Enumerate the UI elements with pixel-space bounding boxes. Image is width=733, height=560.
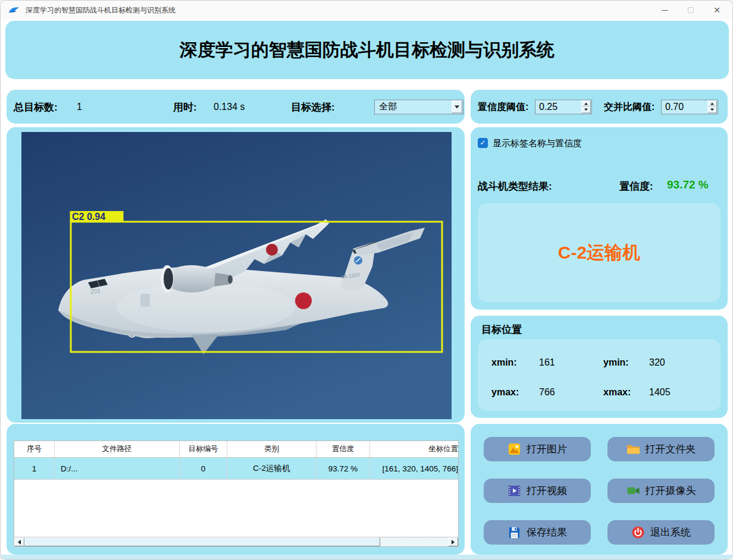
- fuselage-roundel: [295, 292, 312, 309]
- exit-system-button[interactable]: 退出系统: [607, 520, 715, 545]
- stats-panel: 总目标数: 1 用时: 0.134 s 目标选择: 全部: [7, 90, 465, 124]
- aircraft-photo: 203 68-1203: [21, 132, 452, 419]
- chevron-down-icon: [584, 109, 588, 111]
- confidence-threshold-label: 置信度阈值:: [478, 100, 528, 113]
- open-folder-button[interactable]: 打开文件夹: [607, 437, 715, 461]
- show-labels-label: 显示标签名称与置信度: [493, 138, 582, 149]
- target-select-combobox[interactable]: 全部: [374, 99, 463, 114]
- confidence-threshold-spinbox[interactable]: [535, 99, 592, 114]
- target-position-panel: 目标位置 xmin: 161 ymin: 320 ymax: 766 xmax:…: [471, 316, 728, 418]
- minimize-button[interactable]: [651, 1, 678, 20]
- actions-panel: 打开图片 打开文件夹 打开视频 打开摄像: [471, 424, 728, 555]
- nose-number: 203: [90, 288, 101, 295]
- ymax-label: ymax:: [491, 387, 519, 398]
- target-position-box: xmin: 161 ymin: 320 ymax: 766 xmax: 1405: [478, 339, 721, 411]
- thresholds-panel: 置信度阈值: 交并比阈值:: [471, 90, 728, 124]
- exit-system-label: 退出系统: [650, 526, 691, 539]
- page-title: 深度学习的智慧国防战斗机目标检测与识别系统: [5, 21, 729, 79]
- class-result-box: C-2运输机: [478, 203, 721, 302]
- total-targets-value: 1: [77, 102, 82, 112]
- target-position-title: 目标位置: [481, 323, 522, 336]
- save-icon: [508, 526, 521, 539]
- spin-up-button[interactable]: [707, 100, 717, 107]
- confidence-value: 93.72 %: [667, 178, 709, 191]
- close-button[interactable]: ✕: [704, 1, 730, 20]
- wing-roundel: [266, 244, 278, 256]
- window-title: 深度学习的智慧国防战斗机目标检测与识别系统: [26, 5, 176, 15]
- elapsed-time-value: 0.134 s: [214, 102, 245, 112]
- header-index: 序号: [14, 441, 55, 457]
- elapsed-time-label: 用时:: [173, 100, 197, 114]
- header-target-id: 目标编号: [180, 441, 227, 457]
- result-panel: ✓ 显示标签名称与置信度 战斗机类型结果: 置信度: 93.72 % C-2运输…: [471, 127, 728, 310]
- arrow-right-icon: [452, 540, 455, 545]
- ymax-value: 766: [539, 387, 555, 398]
- target-select-value: 全部: [379, 101, 397, 112]
- iou-threshold-spinbox[interactable]: [661, 99, 718, 114]
- header-class: 类别: [227, 441, 317, 457]
- app-icon: [8, 6, 20, 14]
- spin-down-button[interactable]: [581, 107, 591, 114]
- table-header-row: 序号 文件路径 目标编号 类别 置信度 坐标位置: [14, 441, 459, 458]
- horizontal-scrollbar[interactable]: [14, 537, 459, 547]
- spinbox-buttons: [707, 100, 717, 113]
- confidence-label: 置信度:: [619, 180, 653, 193]
- iou-threshold-input[interactable]: [665, 100, 702, 114]
- arrow-left-icon: [18, 540, 21, 545]
- iou-threshold-label: 交并比阈值:: [604, 100, 654, 113]
- results-table-panel: 序号 文件路径 目标编号 类别 置信度 坐标位置 1 D:/... 0 C-2运…: [7, 424, 465, 555]
- maximize-icon: [688, 7, 694, 13]
- show-labels-checkbox[interactable]: ✓: [478, 138, 488, 148]
- combobox-dropdown-button[interactable]: [452, 100, 462, 113]
- cell-file-path: D:/...: [55, 458, 180, 479]
- open-camera-label: 打开摄像头: [646, 484, 696, 498]
- maximize-button[interactable]: [678, 1, 704, 20]
- xmax-label: xmax:: [603, 387, 631, 398]
- open-video-button[interactable]: 打开视频: [484, 479, 591, 503]
- window-controls: ✕: [651, 1, 730, 20]
- open-image-label: 打开图片: [527, 442, 567, 456]
- open-camera-button[interactable]: 打开摄像头: [607, 479, 715, 503]
- spin-up-button[interactable]: [581, 100, 591, 107]
- scroll-right-button[interactable]: [448, 537, 458, 546]
- table-row[interactable]: 1 D:/... 0 C-2运输机 93.72 % [161, 320, 140…: [14, 458, 459, 480]
- ymin-value: 320: [649, 357, 665, 368]
- header-confidence: 置信度: [317, 441, 370, 457]
- cell-class: C-2运输机: [227, 458, 317, 479]
- ymin-label: ymin:: [603, 357, 629, 368]
- fighter-type-label: 战斗机类型结果:: [478, 180, 552, 193]
- window-bottom-edge: [1, 555, 732, 559]
- video-icon: [508, 484, 521, 498]
- detection-image: 203 68-1203: [21, 132, 452, 419]
- results-table: 序号 文件路径 目标编号 类别 置信度 坐标位置 1 D:/... 0 C-2运…: [14, 441, 459, 539]
- save-results-label: 保存结果: [527, 526, 567, 539]
- image-panel: 203 68-1203: [7, 127, 465, 423]
- chevron-up-icon: [584, 102, 588, 105]
- xmin-label: xmin:: [491, 357, 517, 368]
- open-folder-label: 打开文件夹: [646, 442, 696, 456]
- header-file-path: 文件路径: [55, 441, 180, 457]
- chevron-down-icon: [455, 105, 459, 108]
- header-banner: 深度学习的智慧国防战斗机目标检测与识别系统: [5, 21, 729, 79]
- spinbox-buttons: [581, 100, 591, 113]
- image-icon: [508, 442, 521, 456]
- cell-index: 1: [14, 458, 55, 479]
- chevron-up-icon: [710, 102, 714, 105]
- scrollbar-thumb[interactable]: [24, 537, 380, 546]
- spin-down-button[interactable]: [707, 107, 717, 114]
- titlebar: 深度学习的智慧国防战斗机目标检测与识别系统 ✕: [1, 1, 732, 20]
- scroll-left-button[interactable]: [14, 537, 24, 546]
- chevron-down-icon: [710, 109, 714, 111]
- save-results-button[interactable]: 保存结果: [484, 520, 591, 545]
- xmin-value: 161: [539, 357, 555, 368]
- bbox-label: C2 0.94: [72, 212, 105, 222]
- minimize-icon: [662, 10, 668, 11]
- total-targets-label: 总目标数:: [14, 100, 58, 114]
- header-coordinates: 坐标位置: [370, 441, 459, 457]
- folder-icon: [627, 442, 640, 456]
- app-window: 深度学习的智慧国防战斗机目标检测与识别系统 ✕ 深度学习的智慧国防战斗机目标检测…: [0, 0, 733, 560]
- open-image-button[interactable]: 打开图片: [484, 437, 591, 461]
- class-result-value: C-2运输机: [478, 203, 721, 302]
- close-icon: ✕: [713, 6, 721, 14]
- confidence-threshold-input[interactable]: [539, 100, 576, 114]
